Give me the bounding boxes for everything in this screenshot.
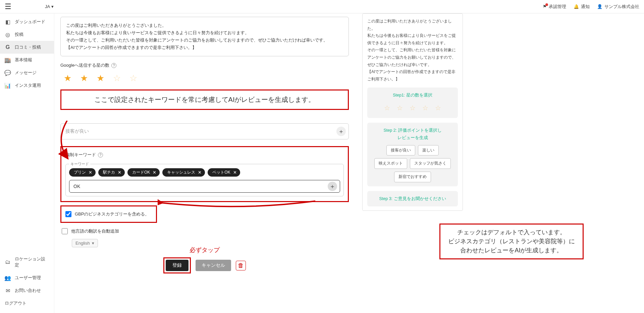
annotation-arrow-icon (158, 198, 319, 211)
approval-label: 承認管理 (549, 4, 566, 10)
keyword-chip[interactable]: ペットOK✕ (208, 168, 240, 177)
register-button[interactable]: 登録 (166, 260, 189, 271)
user-icon: 👤 (597, 4, 602, 9)
notification-dot-icon (545, 3, 548, 6)
forced-keyword-input[interactable]: OK ＋ (69, 180, 340, 193)
chat-icon: 💬 (5, 70, 11, 76)
annotation-keyword-callout: ここで設定されたキーワードを常に考慮してAIがレビューを生成します。 (60, 89, 349, 110)
sidebar-item-basic[interactable]: 🏬基本情報 (0, 54, 54, 66)
sidebar-item-insta[interactable]: 📊インスタ運用 (0, 79, 54, 92)
add-keyword-button[interactable]: ＋ (336, 127, 346, 136)
star-icon[interactable]: ☆ (435, 102, 441, 114)
preview-tag[interactable]: スタッフが気さく (410, 158, 451, 169)
preview-step1: Step1: 星の数を選択 ☆☆☆☆☆ (367, 87, 458, 118)
sidebar-label: 口コミ・投稿 (15, 44, 41, 50)
step2-title-b: レビューを生成 (371, 134, 454, 142)
preview-step3: Step 3: ご意見をお聞かせください (367, 191, 458, 207)
language-select[interactable]: English ▾ (72, 239, 98, 247)
graph-icon: 📊 (5, 82, 11, 88)
gbp-check-wrapper: GBPのビジネスカテゴリーを含める。 (60, 205, 157, 223)
star-5-icon[interactable]: ☆ (129, 73, 137, 83)
sidebar-label: 基本情報 (15, 57, 32, 63)
help-icon[interactable]: ? (98, 152, 103, 158)
store-icon: 🏬 (5, 57, 11, 63)
sidebar-item-contact[interactable]: ✉お問い合わせ (0, 284, 54, 297)
preview-text: この度はご利用いただきありがとうございました。 私たちは今後もお客様により良いサ… (367, 18, 458, 83)
keyword-chipbox: キーワード プリン✕駅チカ✕カードOK✕キャッシュレス✕ペットOK✕ OK ＋ (65, 164, 344, 196)
keyword-chip[interactable]: プリン✕ (69, 168, 96, 177)
language-select-value: English (75, 241, 90, 246)
company-link[interactable]: 👤 サンプル株式会社 (597, 4, 639, 10)
sidebar-label: ダッシュボード (15, 19, 45, 25)
preview-tag[interactable]: 映えスポット (374, 158, 407, 169)
sidebar-label: お問い合わせ (15, 288, 41, 294)
keyword-chip[interactable]: キャッシュレス✕ (162, 168, 205, 177)
notify-label: 通知 (581, 4, 590, 10)
star-rating[interactable]: ★ ★ ★ ☆ ☆ (60, 73, 349, 83)
chevron-down-icon: ▾ (51, 4, 54, 9)
approval-link[interactable]: ⚑ 承認管理 (543, 4, 566, 10)
greeting-textarea[interactable]: この度はご利用いただきありがとうございました。 私たちは今後もお客様により良いサ… (60, 17, 349, 56)
sidebar-item-post[interactable]: ◎投稿 (0, 28, 54, 41)
sidebar-item-user[interactable]: 👥ユーザー管理 (0, 271, 54, 284)
star-icon[interactable]: ☆ (384, 102, 390, 114)
keyword-chip[interactable]: 駅チカ✕ (98, 168, 125, 177)
chip-label: カードOK (132, 170, 150, 175)
auto-translate-label: 他言語の翻訳を自動追加 (71, 228, 119, 234)
sidebar-item-logout[interactable]: ログアウト (0, 297, 54, 310)
keyword-chip[interactable]: カードOK✕ (127, 168, 160, 177)
star-3-icon[interactable]: ★ (97, 73, 104, 83)
help-icon[interactable]: ? (111, 63, 116, 68)
annotation-tap-label: 必ずタップ (190, 246, 220, 254)
star-icon[interactable]: ☆ (397, 102, 403, 114)
sidebar-item-message[interactable]: 💬メッセージ (0, 66, 54, 79)
chip-label: キャッシュレス (167, 170, 195, 175)
forced-label: 強制キーワード ? (65, 152, 344, 158)
star-icon[interactable]: ☆ (422, 102, 428, 114)
add-forced-keyword-button[interactable]: ＋ (328, 182, 337, 191)
preview-tag[interactable]: 新宿でおすすめ (394, 172, 431, 182)
sidebar-label: ユーザー管理 (15, 275, 41, 281)
dashboard-icon: ◧ (5, 19, 11, 25)
top-header: ☰ JA ▾ ⚑ 承認管理 🔔 通知 👤 サンプル株式会社 (0, 0, 644, 13)
sidebar-label: ログアウト (5, 300, 26, 306)
sidebar-item-review[interactable]: G口コミ・投稿 (0, 41, 54, 54)
star-4-icon[interactable]: ☆ (113, 73, 121, 83)
step2-title-a: Step 2: 評価ポイントを選択し (371, 127, 454, 134)
auto-translate-checkbox[interactable] (62, 228, 68, 234)
delete-button[interactable]: 🗑 (236, 261, 246, 270)
cancel-button[interactable]: キャンセル (196, 260, 231, 271)
stars-label: Googleへ送信する星の数 ? (60, 62, 349, 68)
notify-link[interactable]: 🔔 通知 (574, 4, 590, 10)
star-1-icon[interactable]: ★ (64, 73, 71, 83)
chip-label: プリン (74, 170, 86, 175)
chevron-down-icon: ▾ (92, 241, 94, 246)
remove-chip-icon[interactable]: ✕ (198, 170, 202, 175)
star-2-icon[interactable]: ★ (80, 73, 88, 83)
bell-icon: 🔔 (574, 4, 579, 9)
include-gbp-checkbox[interactable] (65, 211, 71, 217)
remove-chip-icon[interactable]: ✕ (233, 170, 237, 175)
remove-chip-icon[interactable]: ✕ (153, 170, 156, 175)
hamburger-icon[interactable]: ☰ (5, 2, 11, 11)
sidebar-item-location[interactable]: 🗂ロケーション設定 (0, 253, 54, 271)
language-label: JA (45, 4, 50, 9)
annotation-arrow-icon (57, 121, 77, 161)
forced-input-value: OK (73, 184, 80, 189)
chip-label: ペットOK (212, 170, 230, 175)
preview-tag[interactable]: 楽しい (418, 145, 439, 156)
star-icon[interactable]: ☆ (410, 102, 416, 114)
sidebar-item-dashboard[interactable]: ◧ダッシュボード (0, 15, 54, 28)
remove-chip-icon[interactable]: ✕ (89, 170, 92, 175)
forced-keyword-section: 強制キーワード ? キーワード プリン✕駅チカ✕カードOK✕キャッシュレス✕ペッ… (60, 146, 349, 202)
language-selector[interactable]: JA ▾ (45, 4, 54, 9)
company-label: サンプル株式会社 (604, 4, 639, 10)
register-wrapper: 登録 (163, 257, 191, 273)
sidebar-label: 投稿 (15, 32, 23, 38)
preview-stars[interactable]: ☆☆☆☆☆ (371, 102, 454, 114)
preview-card: この度はご利用いただきありがとうございました。 私たちは今後もお客様により良いサ… (362, 13, 463, 211)
instagram-icon: ◎ (5, 32, 11, 38)
preview-tag[interactable]: 接客が良い (386, 145, 415, 156)
keyword-input[interactable]: 接客が良い ＋ (60, 123, 349, 139)
remove-chip-icon[interactable]: ✕ (118, 170, 121, 175)
